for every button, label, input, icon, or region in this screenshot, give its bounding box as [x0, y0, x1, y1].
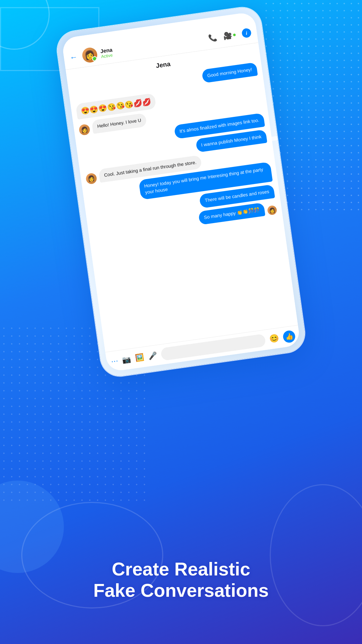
- mic-icon[interactable]: 🎤: [148, 351, 158, 361]
- video-call-icon[interactable]: 🎥: [223, 30, 236, 40]
- bg-curve-bottom2: [270, 484, 362, 626]
- tagline-line1: Create Realistic: [14, 559, 348, 580]
- phone-icon[interactable]: 📞: [208, 33, 218, 43]
- like-button[interactable]: 👍: [282, 330, 296, 343]
- tagline-line2: Fake Conversations: [14, 580, 348, 601]
- camera-icon[interactable]: 📷: [122, 355, 132, 364]
- tagline: Create Realistic Fake Conversations: [0, 559, 362, 601]
- emoji-button[interactable]: 😊: [269, 334, 279, 344]
- sender-avatar: 👩: [85, 173, 97, 185]
- contact-avatar: 👩: [81, 47, 98, 63]
- header-action-icons: 📞 🎥 i: [208, 28, 252, 43]
- messages-area: Good morning Honey! 😍😍😍😘😘😘💋💋 👩 Hello! Ho…: [68, 58, 298, 352]
- avatar-emoji: 👩: [84, 50, 95, 60]
- live-dot: [233, 33, 236, 36]
- apps-icon[interactable]: ⋯: [110, 356, 119, 366]
- info-button[interactable]: i: [241, 28, 252, 38]
- phone-screen: ← 👩 Jena Active 📞 🎥 i Jena: [61, 11, 301, 372]
- sender-avatar-sent: 👩: [267, 205, 277, 215]
- back-button[interactable]: ←: [69, 52, 78, 63]
- sender-avatar: 👩: [78, 124, 90, 136]
- image-icon[interactable]: 🖼️: [135, 353, 144, 362]
